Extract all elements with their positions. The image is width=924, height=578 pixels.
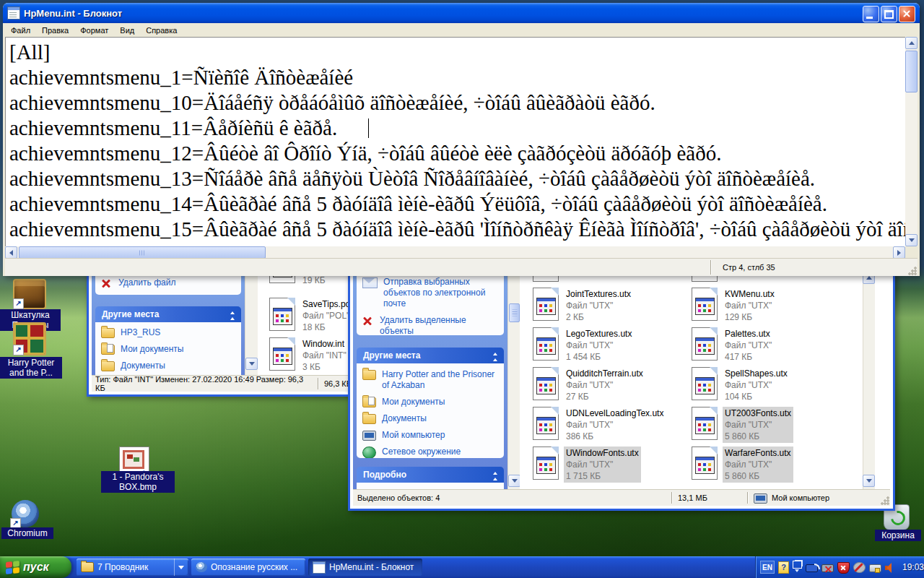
- taskbar: пуск 7 Проводник Опознание русских ... H…: [0, 556, 924, 578]
- muted-device-tray-icon[interactable]: [853, 562, 866, 573]
- place-link-my-documents[interactable]: Мои документы: [95, 341, 241, 358]
- file-icon: [269, 337, 295, 371]
- harry-potter-label[interactable]: Harry Potter and the P...: [0, 357, 62, 379]
- bmp-file-label[interactable]: 1 - Pandora's BOX.bmp: [101, 471, 175, 493]
- network-disconnected-tray-icon[interactable]: [821, 564, 834, 572]
- scroll-thumb[interactable]: [905, 51, 918, 92]
- minimize-button[interactable]: [863, 6, 879, 22]
- recycle-bin-label[interactable]: Корзина: [875, 530, 921, 541]
- task-label[interactable]: Удалить файл: [118, 277, 175, 288]
- file-item[interactable]: UT2003Fonts.utx Файл "UTX" 5 860 КБ: [692, 407, 793, 443]
- file-item[interactable]: KWMenu.utx Файл "UTX" 129 КБ: [692, 288, 777, 324]
- collapse-chevron-icon[interactable]: [493, 350, 497, 361]
- place-link-hp3rus[interactable]: HP3_RUS: [95, 322, 241, 341]
- pandora-app-icon[interactable]: ↗: [13, 279, 46, 309]
- chromium-label[interactable]: Chromium: [1, 527, 53, 539]
- start-button[interactable]: пуск: [0, 556, 71, 578]
- resize-grip[interactable]: [907, 266, 918, 276]
- place-link-my-computer[interactable]: Мой компьютер: [357, 427, 504, 444]
- other-places-header[interactable]: Другие места: [95, 306, 241, 322]
- place-link-my-documents[interactable]: Мои документы: [357, 394, 504, 410]
- email-icon: [362, 277, 378, 288]
- scroll-left-button[interactable]: [5, 246, 17, 259]
- file-item[interactable]: SaveTips.po Файл "POL" 18 КБ: [269, 298, 352, 334]
- task-pane: Удалить файл Другие места HP3_RUS Мои до…: [92, 272, 245, 376]
- file-icon: [692, 288, 718, 321]
- status-size: 13,1 МБ: [672, 493, 747, 502]
- wireless-network-tray-icon[interactable]: [806, 564, 818, 572]
- restore-tray-icon[interactable]: [793, 561, 802, 574]
- taskbar-button-browser[interactable]: Опознание русских ...: [191, 558, 305, 576]
- recycle-symbol-icon: [888, 508, 908, 528]
- notepad-statusbar: Стр 4, стлб 35: [5, 258, 918, 276]
- place-link-documents[interactable]: Документы: [357, 410, 504, 427]
- menu-format[interactable]: Формат: [74, 25, 114, 36]
- my-documents-icon: [101, 345, 115, 355]
- status-location: Мой компьютер: [767, 493, 880, 502]
- text-line: achievemntsmenu_1=Ñïèñîê Äîñòèæåíèé: [9, 65, 905, 90]
- text-line: achievemntsmenu_10=Äîáåéñÿ òðåáóåìûõ äîñ…: [9, 90, 905, 116]
- menu-edit[interactable]: Правка: [36, 25, 74, 36]
- taskbar-button-notepad[interactable]: HpMenu.int - Блокнот: [308, 558, 422, 576]
- group-dropdown-arrow-icon[interactable]: [174, 558, 184, 576]
- scroll-down-button[interactable]: [905, 234, 918, 246]
- scroll-thumb[interactable]: [509, 303, 520, 322]
- place-link-hp-folder[interactable]: Harry Potter and the Prisoner of Azkaban: [357, 363, 504, 394]
- security-alert-tray-icon[interactable]: [837, 562, 850, 574]
- details-header[interactable]: Подробно: [357, 467, 504, 483]
- file-item[interactable]: QuidditchTerrain.utx Файл "UTX" 27 КБ: [533, 367, 645, 403]
- menu-help[interactable]: Справка: [140, 25, 183, 36]
- file-list-scrollbar[interactable]: [863, 272, 875, 490]
- notepad-window: HpMenu.int - Блокнот Файл Правка Формат …: [3, 3, 920, 276]
- email-send-task[interactable]: Отправка выбранных объектов по электронн…: [357, 272, 504, 312]
- scroll-down-button[interactable]: [863, 475, 875, 487]
- file-item[interactable]: JointTextures.utx Файл "UTX" 2 КБ: [533, 288, 633, 324]
- menu-file[interactable]: Файл: [5, 25, 36, 36]
- scroll-down-button[interactable]: [245, 358, 258, 370]
- file-item[interactable]: Palettes.utx Файл "UTX" 417 КБ: [692, 327, 774, 363]
- vertical-scrollbar[interactable]: [905, 37, 918, 246]
- help-tray-icon[interactable]: ?: [778, 561, 789, 574]
- delete-selected-task[interactable]: Удалить выделенные объекты: [357, 312, 504, 335]
- file-item[interactable]: Window.int Файл "INT" 3 КБ: [269, 337, 349, 374]
- resize-grip[interactable]: [880, 496, 890, 506]
- taskbar-button-explorer-group[interactable]: 7 Проводник: [77, 558, 188, 576]
- status-selection: Выделено объектов: 4: [353, 493, 440, 502]
- text-line: achievemntsmenu_13=Ñîáåðè âñå äåñÿòü Ùèò…: [9, 166, 905, 191]
- notepad-titlebar[interactable]: HpMenu.int - Блокнот: [3, 3, 920, 23]
- scroll-down-button[interactable]: [508, 475, 520, 487]
- file-item[interactable]: UWindowFonts.utx Файл "UTX" 1 715 КБ: [533, 447, 641, 483]
- status-bar: Тип: Файл "INT" Изменен: 27.02.2020 16:4…: [92, 375, 352, 392]
- volume-tray-icon[interactable]: [885, 563, 896, 574]
- chromium-icon[interactable]: ↗: [12, 500, 39, 527]
- scroll-right-button[interactable]: [893, 246, 905, 259]
- scrollbar-vertical[interactable]: [245, 272, 258, 376]
- file-item[interactable]: WarfareFonts.utx Файл "UTX" 5 860 КБ: [692, 447, 793, 483]
- harry-potter-shortcut-icon[interactable]: ↗: [13, 322, 46, 355]
- close-button[interactable]: [899, 6, 915, 22]
- file-item[interactable]: LegoTextures.utx Файл "UTX" 1 454 КБ: [533, 327, 634, 363]
- notepad-icon: [7, 7, 20, 20]
- explorer-window-left: Удалить файл Другие места HP3_RUS Мои до…: [87, 272, 354, 397]
- menu-view[interactable]: Вид: [114, 25, 140, 36]
- file-icon: [533, 288, 559, 321]
- file-icon: [692, 447, 718, 480]
- collapse-chevron-icon[interactable]: [230, 309, 235, 320]
- horizontal-scrollbar[interactable]: [5, 246, 905, 259]
- maximize-button[interactable]: [881, 6, 897, 22]
- notepad-icon: [313, 561, 326, 574]
- hardware-device-tray-icon[interactable]: [869, 564, 881, 572]
- scroll-up-button[interactable]: [905, 37, 918, 49]
- place-link-documents[interactable]: Документы: [95, 358, 241, 374]
- other-places-header[interactable]: Другие места: [357, 348, 504, 363]
- notepad-text-area[interactable]: [All] achievemntsmenu_1=Ñïèñîê Äîñòèæåíè…: [5, 37, 905, 246]
- place-link-network[interactable]: Сетевое окружение: [357, 444, 504, 458]
- task-pane-scrollbar[interactable]: [507, 272, 520, 490]
- language-indicator[interactable]: EN: [760, 561, 775, 574]
- file-icon: [533, 367, 559, 400]
- screen: ↗ Шкатулка Пандоры ↗ Harry Potter and th…: [0, 0, 924, 578]
- scroll-thumb[interactable]: [19, 246, 266, 259]
- file-item[interactable]: SpellShapes.utx Файл "UTX" 104 КБ: [692, 367, 790, 403]
- collapse-chevron-icon[interactable]: [493, 470, 497, 480]
- file-item[interactable]: UDNLevelLoadingTex.utx Файл "UTX" 386 КБ: [533, 407, 666, 443]
